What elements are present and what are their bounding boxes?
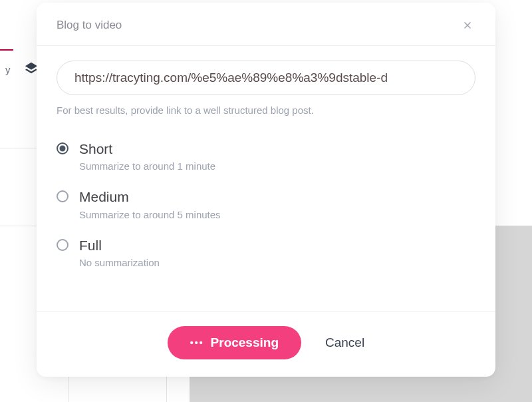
processing-button[interactable]: ••• Processing (168, 326, 301, 359)
bg-grid-line (68, 376, 69, 402)
radio-content: Medium Summarize to around 5 minutes (79, 188, 475, 220)
radio-option-short[interactable]: Short Summarize to around 1 minute (57, 140, 475, 172)
radio-description: Summarize to around 1 minute (79, 160, 475, 172)
modal-footer: ••• Processing Cancel (37, 311, 495, 377)
radio-icon (57, 142, 68, 154)
url-input[interactable] (57, 61, 475, 95)
bg-partial-label: y (0, 61, 16, 78)
radio-label: Medium (79, 188, 475, 206)
primary-button-label: Processing (211, 335, 279, 350)
radio-option-medium[interactable]: Medium Summarize to around 5 minutes (57, 188, 475, 220)
modal-title: Blog to video (57, 19, 122, 32)
radio-label: Full (79, 236, 475, 254)
radio-content: Full No summarization (79, 236, 475, 268)
radio-icon (57, 190, 68, 202)
cancel-button[interactable]: Cancel (325, 335, 364, 350)
loading-dots-icon: ••• (190, 337, 204, 348)
close-icon (462, 20, 473, 31)
blog-to-video-modal: Blog to video For best results, provide … (37, 3, 495, 377)
modal-body: For best results, provide link to a well… (37, 46, 495, 311)
radio-label: Short (79, 140, 475, 158)
radio-option-full[interactable]: Full No summarization (57, 236, 475, 268)
bg-grid-line (166, 376, 167, 402)
bg-accent-line (0, 49, 13, 51)
url-hint: For best results, provide link to a well… (57, 104, 475, 116)
radio-icon (57, 239, 68, 251)
length-radio-group: Short Summarize to around 1 minute Mediu… (57, 140, 475, 268)
radio-content: Short Summarize to around 1 minute (79, 140, 475, 172)
radio-description: No summarization (79, 257, 475, 268)
close-button[interactable] (460, 17, 475, 33)
radio-description: Summarize to around 5 minutes (79, 209, 475, 220)
modal-header: Blog to video (37, 3, 495, 46)
